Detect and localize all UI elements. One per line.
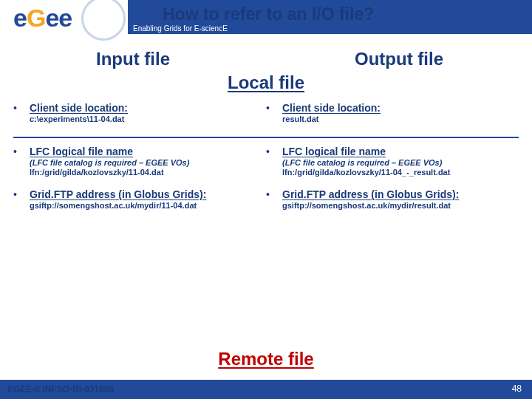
item-heading: Client side location: (30, 102, 266, 114)
bullet-icon: • (13, 102, 30, 123)
item-heading: LFC logical file name (282, 146, 519, 157)
list-item: • LFC logical file name (LFC file catalo… (266, 146, 519, 177)
local-file-label: Local file (0, 72, 532, 93)
item-heading: Client side location: (282, 102, 519, 114)
bullet-icon: • (13, 188, 30, 210)
item-detail: lfn:/grid/gilda/kozlovszky/11-04.dat (30, 168, 266, 177)
list-item: • Client side location: result.dat (266, 102, 519, 123)
right-column: • LFC logical file name (LFC file catalo… (266, 146, 519, 222)
bullet-icon: • (13, 146, 30, 177)
content-columns: • LFC logical file name (LFC file catalo… (0, 146, 532, 222)
slide-title: How to refer to an I/O file? (163, 4, 374, 24)
slide-subtitle: Enabling Grids for E-sciencE (133, 24, 228, 33)
item-detail: result.dat (282, 115, 519, 123)
right-column: • Client side location: result.dat (266, 102, 519, 135)
divider (13, 137, 519, 138)
left-column: • LFC logical file name (LFC file catalo… (13, 146, 266, 222)
item-heading: Grid.FTP address (in Globus Grids): (282, 188, 519, 200)
logo-letter: e (13, 4, 27, 32)
bullet-icon: • (266, 102, 282, 123)
logo-letter: e (58, 4, 72, 32)
left-column: • Client side location: c:\experiments\1… (13, 102, 266, 135)
egee-logo: eGee (7, 2, 124, 39)
item-detail: lfn:/grid/gilda/kozlovszky/11-04_-_resul… (282, 168, 519, 177)
content-columns: • Client side location: c:\experiments\1… (0, 102, 532, 135)
logo-letter: G (27, 4, 45, 32)
list-item: • Grid.FTP address (in Globus Grids): gs… (13, 188, 266, 210)
footer-id: EGEE-II INFSO-RI-031688 (7, 384, 114, 395)
input-file-header: Input file (0, 49, 266, 69)
remote-file-label: Remote file (0, 349, 532, 369)
item-detail: c:\experiments\11-04.dat (30, 115, 266, 123)
output-file-header: Output file (266, 49, 532, 69)
bullet-icon: • (266, 188, 282, 210)
logo-letter: e (45, 4, 58, 32)
item-heading: LFC logical file name (30, 146, 266, 157)
bullet-icon: • (266, 146, 282, 177)
page-number: 48 (509, 382, 525, 395)
list-item: • LFC logical file name (LFC file catalo… (13, 146, 266, 177)
item-heading: Grid.FTP address (in Globus Grids): (30, 188, 266, 200)
list-item: • Client side location: c:\experiments\1… (13, 102, 266, 123)
logo-circle-icon (81, 0, 126, 41)
item-detail: gsiftp://somengshost.ac.uk/mydir/11-04.d… (30, 201, 266, 210)
column-headers: Input file Output file (0, 49, 532, 69)
item-detail: (LFC file catalog is required – EGEE VOs… (30, 158, 266, 167)
item-detail: (LFC file catalog is required – EGEE VOs… (282, 158, 519, 167)
item-detail: gsiftp://somengshost.ac.uk/mydir/result.… (282, 201, 519, 210)
list-item: • Grid.FTP address (in Globus Grids): gs… (266, 188, 519, 210)
